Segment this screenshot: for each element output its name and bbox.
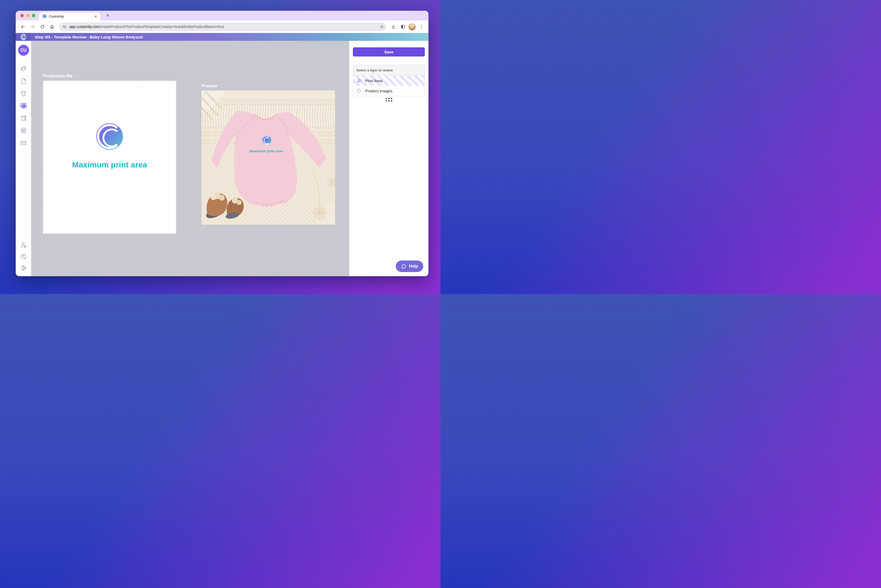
step-title: Step 3/3 - Template Review - Baby Long S…	[35, 35, 143, 39]
tab-title: Customily	[49, 14, 94, 18]
inbox-icon	[20, 139, 27, 146]
site-info-icon[interactable]	[62, 25, 67, 29]
url-text[interactable]: app.customily.com/createProduct3?forProd…	[69, 25, 377, 29]
customily-logo-icon	[20, 34, 27, 40]
print-area-logo-icon	[96, 123, 123, 150]
home-button[interactable]	[48, 23, 56, 31]
layer-label: Print Area	[365, 78, 383, 83]
tshirt-icon	[20, 90, 27, 97]
url-host: app.customily.com	[69, 25, 99, 29]
workspace: Production file Maximum print area Previ…	[31, 41, 349, 276]
design-monitor-icon	[20, 102, 27, 110]
max-print-area-text: Maximum print area	[72, 160, 147, 169]
bodysuit-mockup: Maximum print area	[201, 90, 335, 225]
kebab-menu-icon	[419, 24, 424, 29]
account-avatar-wrap: CU	[16, 41, 31, 59]
layer-item-product-images[interactable]: Product images	[353, 86, 425, 96]
save-button[interactable]: Save	[353, 47, 425, 57]
browser-menu-button[interactable]	[417, 23, 425, 31]
layer-label: Product images	[365, 88, 392, 93]
preview-mockup-image: Maximum print area	[201, 90, 335, 225]
downloads-button[interactable]	[389, 23, 397, 31]
tab-strip: Customily ✕ +	[16, 11, 428, 20]
account-settings-icon	[20, 242, 27, 249]
app-header: Step 3/3 - Template Review - Baby Long S…	[16, 33, 428, 41]
tab-customily[interactable]: Customily ✕	[39, 12, 100, 20]
browser-toolbar: app.customily.com/createProduct3?forProd…	[16, 20, 428, 33]
chat-bubble-icon	[401, 264, 407, 269]
reload-icon	[40, 24, 45, 29]
sidebar-item-launch[interactable]	[20, 65, 27, 73]
url-bar[interactable]: app.customily.com/createProduct3?forProd…	[59, 22, 386, 31]
dot	[388, 98, 389, 99]
forward-button[interactable]	[29, 23, 37, 31]
help-label: Help	[409, 264, 418, 268]
back-button[interactable]	[19, 23, 27, 31]
sidebar-item-store[interactable]	[20, 126, 27, 134]
sidebar-item-files[interactable]	[20, 77, 27, 85]
browser-window: Customily ✕ + app.customily.com/createPr…	[16, 11, 428, 276]
help-button[interactable]: Help	[396, 261, 423, 272]
minimize-window-button[interactable]	[26, 14, 30, 17]
catalog-icon	[20, 114, 27, 122]
side-panel-button[interactable]	[399, 23, 407, 31]
rocket-icon	[20, 65, 27, 72]
customily-logo-block	[16, 33, 31, 41]
layers-drag-handle[interactable]	[386, 98, 392, 102]
review-panel: Save Select a layer to review Print Area	[349, 41, 428, 276]
layer-item-print-area[interactable]: Print Area	[353, 76, 425, 86]
url-path: /createProduct3?forProductTemplateCreati…	[99, 25, 224, 29]
account-avatar[interactable]: CU	[18, 45, 29, 56]
palette-icon	[356, 88, 362, 94]
step-header-bar: Step 3/3 - Template Review - Baby Long S…	[31, 33, 428, 41]
sidebar-item-templates[interactable]	[20, 102, 27, 110]
zoom-window-button[interactable]	[32, 14, 35, 17]
production-file-label: Production file	[43, 74, 72, 78]
sidebar-item-catalog[interactable]	[20, 114, 27, 122]
production-canvas: Maximum print area	[43, 81, 176, 234]
reload-button[interactable]	[38, 23, 46, 31]
help-bubble-icon	[20, 253, 27, 260]
dot	[391, 98, 392, 99]
sidebar-item-account-settings[interactable]	[20, 241, 27, 249]
close-window-button[interactable]	[20, 14, 24, 17]
layer-select-header: Select a layer to review	[353, 65, 425, 76]
sidebar-item-help[interactable]	[20, 253, 27, 261]
sidebar-item-inbox[interactable]	[20, 139, 27, 147]
download-icon	[391, 24, 396, 29]
store-icon	[20, 127, 27, 134]
dot	[388, 100, 389, 102]
home-icon	[50, 24, 55, 29]
profile-avatar[interactable]	[408, 23, 416, 30]
forward-icon	[30, 24, 35, 29]
back-icon	[20, 24, 26, 29]
layer-select-box: Select a layer to review Print Area	[353, 65, 425, 96]
app-sidebar: CU	[16, 41, 31, 276]
document-icon	[20, 77, 27, 85]
printer-icon	[356, 78, 362, 84]
logout-icon	[20, 264, 27, 272]
side-panel-icon	[401, 24, 406, 29]
traffic-lights	[20, 14, 35, 17]
preview-print-area-text: Maximum print area	[249, 149, 283, 153]
new-tab-button[interactable]: +	[104, 12, 111, 19]
sidebar-item-products[interactable]	[20, 90, 27, 97]
customily-favicon	[42, 14, 47, 19]
sidebar-item-logout[interactable]	[20, 264, 27, 272]
preview-label: Preview	[201, 84, 217, 88]
dot	[391, 100, 392, 102]
dot	[386, 98, 387, 99]
tab-close-icon[interactable]: ✕	[94, 14, 98, 19]
dot	[386, 100, 387, 102]
bookmark-star-icon[interactable]	[380, 25, 384, 29]
